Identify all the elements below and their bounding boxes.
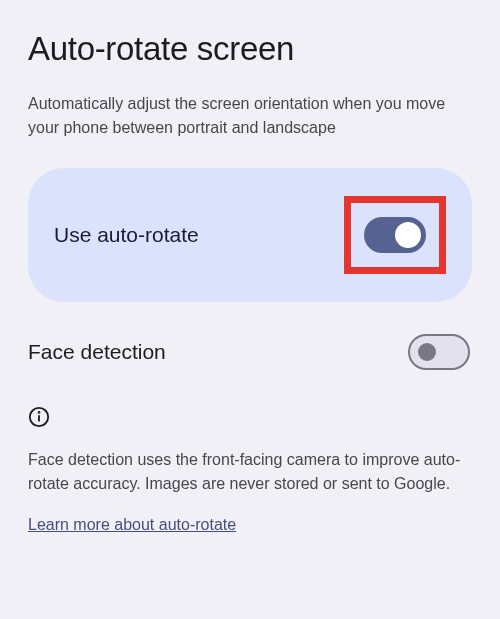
face-detection-toggle[interactable]: [408, 334, 470, 370]
info-text: Face detection uses the front-facing cam…: [28, 448, 472, 496]
page-description: Automatically adjust the screen orientat…: [28, 92, 472, 140]
svg-point-2: [39, 412, 40, 413]
learn-more-link[interactable]: Learn more about auto-rotate: [28, 516, 236, 534]
face-detection-label: Face detection: [28, 340, 166, 364]
auto-rotate-card[interactable]: Use auto-rotate: [28, 168, 472, 302]
auto-rotate-toggle[interactable]: [364, 217, 426, 253]
info-icon: [28, 406, 472, 432]
highlight-box: [344, 196, 446, 274]
page-title: Auto-rotate screen: [28, 30, 472, 68]
face-detection-row[interactable]: Face detection: [28, 334, 472, 370]
settings-page: Auto-rotate screen Automatically adjust …: [0, 0, 500, 534]
auto-rotate-label: Use auto-rotate: [54, 223, 199, 247]
info-section: Face detection uses the front-facing cam…: [28, 406, 472, 534]
